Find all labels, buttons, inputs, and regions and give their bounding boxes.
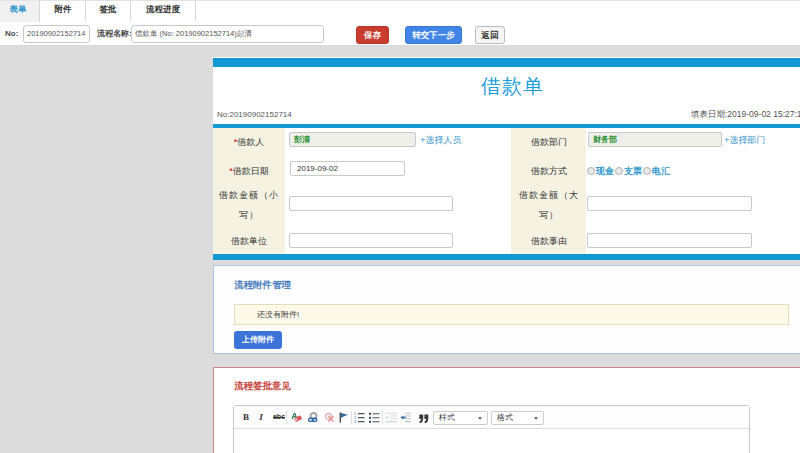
svg-text:3: 3 xyxy=(354,419,357,423)
